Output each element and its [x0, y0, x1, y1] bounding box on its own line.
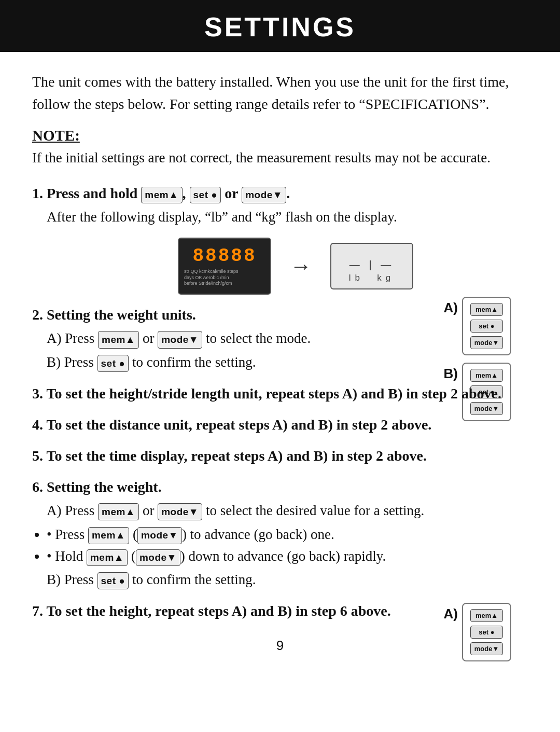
step-1-btn-mem: mem▲ — [141, 187, 182, 204]
step-6-bullet-1: • Press mem▲ (mode▼) to advance (go back… — [47, 524, 528, 545]
lcd-before: 88888 str QQ kcmkcal/mile steps days OK … — [178, 238, 271, 295]
step2-a-btn-mode: mode▼ — [158, 331, 202, 348]
display-area: 88888 str QQ kcmkcal/mile steps days OK … — [63, 238, 528, 295]
step6-b2-btn-mode: mode▼ — [136, 549, 180, 567]
step-1-heading: 1. Press and hold mem▲, set ● or mode▼. — [32, 183, 528, 204]
intro-text: The unit comes with the battery installe… — [32, 71, 528, 116]
step-7-heading: 7. To set the height, repeat steps A) an… — [32, 600, 528, 622]
step-1-or: or — [225, 185, 238, 201]
step-2: 2. Setting the weight units. A) Press me… — [32, 304, 528, 374]
step-3-heading: 3. To set the height/stride length unit,… — [32, 383, 528, 405]
step-5-title: To set the time display, repeat steps A)… — [47, 448, 427, 464]
step-2-title: Setting the weight units. — [47, 307, 196, 323]
step6-a-btn-mode: mode▼ — [158, 503, 202, 520]
step-6-bullet-2: • Hold mem▲ (mode▼) down to advance (go … — [47, 546, 528, 567]
step-6: 6. Setting the weight. A) Press mem▲ or … — [32, 476, 528, 591]
content-area: The unit comes with the battery installe… — [0, 71, 560, 685]
step-2-subs: A) Press mem▲ or mode▼ to select the mod… — [47, 328, 528, 374]
step-7-number: 7. — [32, 603, 43, 619]
note-text: If the initial settings are not correct,… — [32, 147, 528, 169]
step-6-number: 6. — [32, 479, 43, 495]
step2-a-btn-mem: mem▲ — [98, 331, 139, 348]
step-6-bullets: • Press mem▲ (mode▼) to advance (go back… — [47, 524, 528, 567]
page-title: SETTINGS — [0, 11, 560, 43]
step-4-title: To set the distance unit, repeat steps A… — [47, 417, 432, 433]
step-1-number: 1. — [32, 185, 43, 201]
step-3-title: To set the height/stride length unit, re… — [47, 385, 501, 402]
step6-panel-a-btn-set: set ● — [470, 626, 503, 639]
step-6-heading: 6. Setting the weight. — [32, 476, 528, 498]
step6-panels: A) mem▲ set ● mode▼ B) mem▲ set ● mode▼ — [444, 603, 511, 732]
step-2-number: 2. — [32, 307, 43, 323]
step-5-number: 5. — [32, 448, 43, 464]
step6-confirm-btn-set: set ● — [97, 572, 129, 589]
arrow-right-icon: → — [290, 254, 312, 279]
step-4: 4. To set the distance unit, repeat step… — [32, 414, 528, 436]
page-header: SETTINGS — [0, 0, 560, 52]
step-7: 7. To set the height, repeat steps A) an… — [32, 600, 528, 622]
step-2-b: B) Press set ● to confirm the setting. — [47, 352, 528, 374]
lcd-result-label: lb kg — [349, 273, 395, 283]
lcd-after: — | — lb kg — [330, 243, 413, 289]
step-6-subs: A) Press mem▲ or mode▼ to select the des… — [47, 500, 528, 591]
step-1-btn-set: set ● — [190, 187, 221, 204]
step6-a-btn-mem: mem▲ — [98, 503, 139, 520]
step-7-title: To set the height, repeat steps A) and B… — [47, 603, 391, 619]
step2-b-btn-set: set ● — [97, 355, 129, 372]
step-5: 5. To set the time display, repeat steps… — [32, 445, 528, 467]
note-heading: NOTE: — [32, 127, 528, 144]
step-2-heading: 2. Setting the weight units. — [32, 304, 528, 326]
step-2-a: A) Press mem▲ or mode▼ to select the mod… — [47, 328, 528, 350]
step-5-heading: 5. To set the time display, repeat steps… — [32, 445, 528, 467]
right-panels-step6: A) mem▲ set ● mode▼ B) mem▲ set ● mode▼ — [444, 603, 511, 732]
lcd-result-dashes: — | — — [349, 259, 394, 271]
steps-section: A) mem▲ set ● mode▼ B) mem▲ set ● mode▼ — [32, 183, 528, 621]
step-1-prefix: Press and hold — [47, 185, 137, 201]
lcd-digits: 88888 — [192, 245, 256, 267]
step6-b1-btn-mem: mem▲ — [88, 527, 129, 544]
step-1-btn-mode: mode▼ — [242, 187, 286, 204]
step-3-number: 3. — [32, 385, 43, 402]
step6-b1-btn-mode: mode▼ — [137, 527, 182, 544]
step-4-number: 4. — [32, 417, 43, 433]
lcd-labels: str QQ kcmkcal/mile steps days OK Aerobi… — [182, 269, 267, 287]
step-6-b: B) Press set ● to confirm the setting. — [47, 569, 528, 591]
step-6-a: A) Press mem▲ or mode▼ to select the des… — [47, 500, 528, 522]
step-1: 1. Press and hold mem▲, set ● or mode▼. … — [32, 183, 528, 295]
step6-panel-a-btn-mode: mode▼ — [470, 642, 503, 655]
step-6-title: Setting the weight. — [47, 479, 162, 495]
step-3: 3. To set the height/stride length unit,… — [32, 383, 528, 405]
step-4-heading: 4. To set the distance unit, repeat step… — [32, 414, 528, 436]
step6-b2-btn-mem: mem▲ — [87, 549, 128, 567]
step-1-sub: After the following display, “lb” and “k… — [47, 206, 528, 228]
